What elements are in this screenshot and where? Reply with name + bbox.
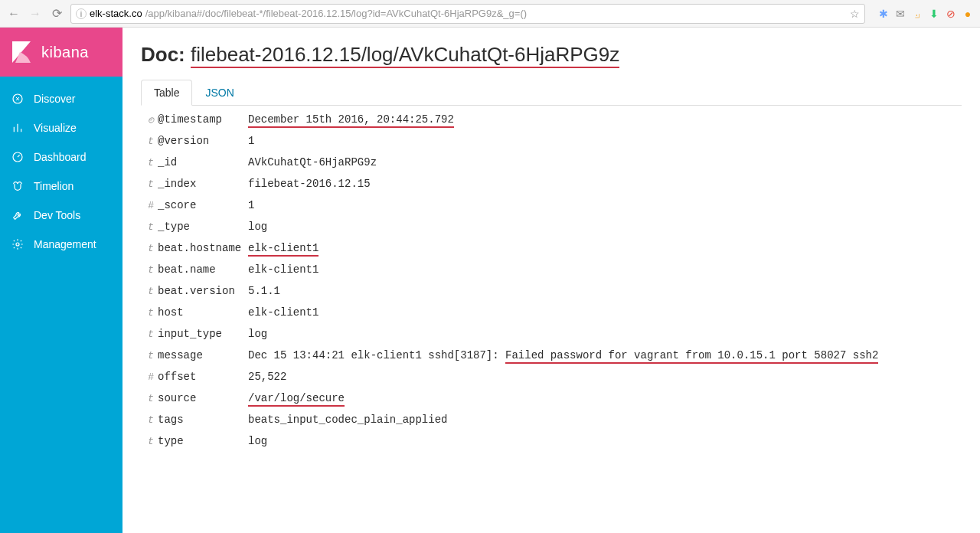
- field-type-icon: #: [144, 371, 158, 382]
- url-host: elk-stack.co: [90, 8, 142, 19]
- field-type-icon: t: [144, 178, 158, 190]
- timelion-icon: [11, 179, 24, 193]
- nav-label: Timelion: [34, 180, 74, 192]
- field-name: type: [158, 435, 248, 447]
- field-type-icon: t: [144, 436, 158, 447]
- svg-point-2: [16, 243, 19, 246]
- field-type-icon: ◴: [144, 114, 158, 126]
- field-row: tbeat.nameelk-client1: [141, 259, 962, 280]
- field-value: elk-client1: [248, 242, 318, 254]
- url-path: /app/kibana#/doc/filebeat-*/filebeat-201…: [145, 8, 847, 19]
- field-type-icon: t: [144, 221, 158, 233]
- field-row: tsource/var/log/secure: [141, 387, 962, 409]
- field-type-icon: t: [144, 393, 158, 404]
- field-type-icon: t: [144, 243, 158, 254]
- tab-table[interactable]: Table: [141, 80, 192, 106]
- field-name: host: [158, 306, 248, 319]
- field-value: 1: [248, 199, 254, 211]
- field-row: tbeat.version5.1.1: [141, 280, 962, 302]
- field-row: tbeat.hostnameelk-client1: [141, 237, 962, 259]
- nav-label: Discover: [34, 93, 75, 105]
- field-type-icon: t: [144, 329, 158, 340]
- field-name: message: [158, 349, 248, 361]
- sidebar: kibana Discover Visualize Dashboard Time…: [0, 28, 122, 533]
- field-value: log: [248, 221, 267, 233]
- extension-icons: ✱ ✉ ⟓ ⬇ ⊘ ●: [871, 8, 974, 20]
- title-prefix: Doc:: [141, 43, 191, 66]
- reload-button[interactable]: ⟳: [49, 6, 64, 21]
- field-name: input_type: [158, 328, 248, 340]
- main-content: Doc: filebeat-2016.12.15/log/AVkCuhatQt-…: [122, 28, 980, 533]
- nav-timelion[interactable]: Timelion: [0, 172, 122, 201]
- field-name: offset: [158, 371, 248, 383]
- field-name: _score: [158, 199, 248, 211]
- compass-icon: [11, 92, 24, 106]
- field-row: t_typelog: [141, 216, 962, 237]
- field-row: tinput_typelog: [141, 323, 962, 345]
- field-name: source: [158, 392, 248, 404]
- ext-icon-warn[interactable]: ●: [962, 8, 974, 20]
- gauge-icon: [11, 150, 24, 164]
- ext-icon-mail[interactable]: ✉: [894, 8, 906, 20]
- field-value: AVkCuhatQt-6HjaRPG9z: [248, 156, 377, 168]
- gear-icon: [11, 237, 24, 251]
- field-row: tmessageDec 15 13:44:21 elk-client1 sshd…: [141, 345, 962, 366]
- nav-list: Discover Visualize Dashboard Timelion De…: [0, 77, 122, 266]
- brand-text: kibana: [41, 44, 89, 61]
- field-type-icon: t: [144, 157, 158, 168]
- field-row: ttypelog: [141, 430, 962, 452]
- field-value: log: [248, 435, 267, 447]
- field-table: ◴@timestampDecember 15th 2016, 20:44:25.…: [141, 109, 962, 452]
- ext-icon-block[interactable]: ⊘: [945, 8, 957, 20]
- page-title: Doc: filebeat-2016.12.15/log/AVkCuhatQt-…: [141, 43, 962, 67]
- nav-label: Management: [34, 238, 96, 250]
- tab-json[interactable]: JSON: [192, 80, 247, 106]
- nav-visualize[interactable]: Visualize: [0, 113, 122, 142]
- field-name: @version: [158, 135, 248, 147]
- field-value: beats_input_codec_plain_applied: [248, 414, 447, 426]
- field-name: _type: [158, 221, 248, 233]
- ext-icon-rss[interactable]: ⟓: [911, 8, 923, 20]
- field-type-icon: t: [144, 307, 158, 319]
- field-value: 1: [248, 135, 254, 147]
- field-name: @timestamp: [158, 113, 248, 126]
- ext-icon-1[interactable]: ✱: [877, 8, 890, 20]
- field-value: elk-client1: [248, 263, 318, 276]
- field-name: beat.hostname: [158, 242, 248, 254]
- field-name: beat.version: [158, 285, 248, 297]
- field-row: #_score1: [141, 195, 962, 216]
- field-name: _index: [158, 178, 248, 190]
- field-type-icon: t: [144, 264, 158, 276]
- field-value: /var/log/secure: [248, 392, 345, 404]
- field-row: thostelk-client1: [141, 302, 962, 323]
- bookmark-star-icon[interactable]: ☆: [850, 8, 860, 20]
- browser-toolbar: ← → ⟳ i elk-stack.co/app/kibana#/doc/fil…: [0, 0, 980, 28]
- kibana-logo-icon: [9, 40, 34, 64]
- field-value: elk-client1: [248, 306, 318, 319]
- field-value: log: [248, 328, 267, 340]
- nav-label: Visualize: [34, 122, 77, 134]
- field-name: beat.name: [158, 263, 248, 276]
- nav-management[interactable]: Management: [0, 230, 122, 259]
- field-type-icon: t: [144, 350, 158, 361]
- site-info-icon[interactable]: i: [76, 8, 87, 19]
- field-value: Dec 15 13:44:21 elk-client1 sshd[3187]: …: [248, 349, 878, 361]
- title-docid: filebeat-2016.12.15/log/AVkCuhatQt-6HjaR…: [191, 43, 619, 68]
- ext-icon-down[interactable]: ⬇: [928, 8, 940, 20]
- field-row: t@version1: [141, 130, 962, 152]
- nav-discover[interactable]: Discover: [0, 84, 122, 113]
- field-name: _id: [158, 156, 248, 168]
- field-value: 25,522: [248, 371, 286, 383]
- back-button[interactable]: ←: [6, 6, 21, 21]
- doc-tabs: Table JSON: [141, 79, 962, 106]
- logo[interactable]: kibana: [0, 28, 122, 77]
- field-type-icon: t: [144, 414, 158, 426]
- field-row: ◴@timestampDecember 15th 2016, 20:44:25.…: [141, 109, 962, 130]
- wrench-icon: [11, 208, 24, 222]
- nav-devtools[interactable]: Dev Tools: [0, 201, 122, 230]
- field-value: December 15th 2016, 20:44:25.792: [248, 113, 454, 126]
- nav-dashboard[interactable]: Dashboard: [0, 142, 122, 172]
- url-bar[interactable]: i elk-stack.co/app/kibana#/doc/filebeat-…: [70, 4, 865, 24]
- forward-button[interactable]: →: [28, 6, 43, 21]
- field-type-icon: t: [144, 136, 158, 147]
